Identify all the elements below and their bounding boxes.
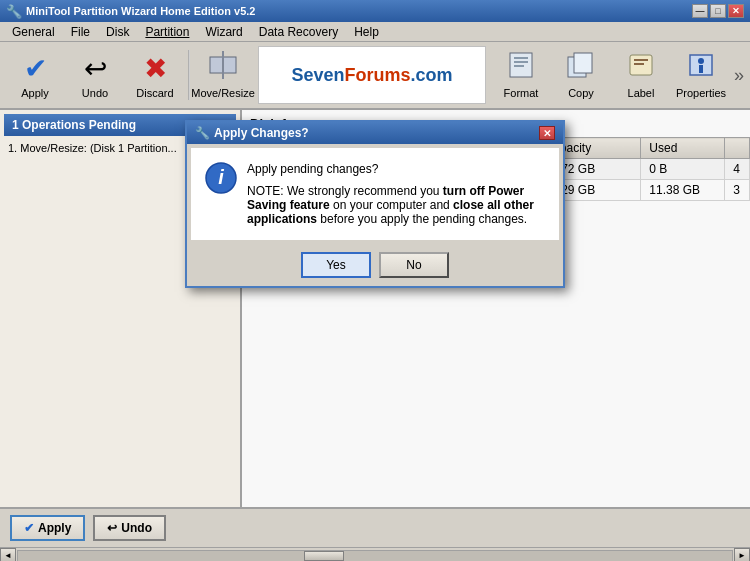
- copy-label: Copy: [568, 87, 594, 99]
- copy-icon: [566, 51, 596, 85]
- undo-label: Undo: [82, 87, 108, 99]
- logo-forums: Forums: [345, 65, 411, 85]
- undo-arrow-icon: ↩: [107, 521, 117, 535]
- modal-content: Apply pending changes? NOTE: We strongly…: [247, 162, 545, 226]
- logo-com: .com: [411, 65, 453, 85]
- format-icon: [506, 51, 536, 85]
- modal-close-button[interactable]: ✕: [539, 126, 555, 140]
- label-toolbar-button[interactable]: Label: [612, 46, 670, 104]
- undo-toolbar-button[interactable]: ↩ Undo: [66, 46, 124, 104]
- modal-note-prefix: NOTE: We strongly recommend you: [247, 184, 443, 198]
- menu-partition[interactable]: Partition: [137, 23, 197, 41]
- modal-no-button[interactable]: No: [379, 252, 449, 278]
- scroll-area: ◄ ►: [0, 547, 750, 561]
- svg-rect-13: [699, 65, 703, 73]
- partition-extra-vista: 3: [725, 180, 750, 201]
- minimize-button[interactable]: —: [692, 4, 708, 18]
- apply-label: Apply: [21, 87, 49, 99]
- format-toolbar-button[interactable]: Format: [492, 46, 550, 104]
- window-controls[interactable]: — □ ✕: [692, 4, 744, 18]
- menu-file[interactable]: File: [63, 23, 98, 41]
- label-icon: [626, 51, 656, 85]
- modal-title-icon: 🔧: [195, 126, 210, 140]
- modal-note-middle: on your computer and: [330, 198, 453, 212]
- col-header-extra: [725, 138, 750, 159]
- undo-icon: ↩: [84, 52, 107, 85]
- modal-yes-button[interactable]: Yes: [301, 252, 371, 278]
- apply-toolbar-button[interactable]: ✔ Apply: [6, 46, 64, 104]
- menu-bar: General File Disk Partition Wizard Data …: [0, 22, 750, 42]
- discard-icon: ✖: [144, 52, 167, 85]
- svg-rect-7: [574, 53, 592, 73]
- scroll-left-button[interactable]: ◄: [0, 548, 16, 562]
- apply-button[interactable]: ✔ Apply: [10, 515, 85, 541]
- modal-body: i Apply pending changes? NOTE: We strong…: [191, 148, 559, 240]
- partition-used-unallocated: 0 B: [641, 159, 725, 180]
- svg-point-12: [698, 58, 704, 64]
- svg-rect-10: [634, 63, 644, 65]
- title-bar: 🔧 MiniTool Partition Wizard Home Edition…: [0, 0, 750, 22]
- apply-icon: ✔: [24, 52, 47, 85]
- app-title: MiniTool Partition Wizard Home Edition v…: [26, 5, 256, 17]
- copy-toolbar-button[interactable]: Copy: [552, 46, 610, 104]
- logo-area: SevenForums.com: [258, 46, 486, 104]
- menu-data-recovery[interactable]: Data Recovery: [251, 23, 346, 41]
- close-button[interactable]: ✕: [728, 4, 744, 18]
- maximize-button[interactable]: □: [710, 4, 726, 18]
- modal-title-bar: 🔧 Apply Changes? ✕: [187, 122, 563, 144]
- modal-note-suffix: before you apply the pending changes.: [317, 212, 527, 226]
- move-resize-label: Move/Resize: [191, 87, 255, 99]
- svg-rect-5: [514, 65, 524, 67]
- toolbar: ✔ Apply ↩ Undo ✖ Discard Move/Resize Sev…: [0, 42, 750, 110]
- ops-item-label: 1. Move/Resize: (Disk 1 Partition...: [8, 142, 177, 154]
- svg-rect-3: [514, 57, 528, 59]
- toolbar-separator-1: [188, 50, 190, 100]
- modal-footer: Yes No: [187, 244, 563, 286]
- move-resize-toolbar-button[interactable]: Move/Resize: [194, 46, 252, 104]
- scroll-track[interactable]: [17, 550, 733, 562]
- svg-rect-9: [634, 59, 648, 61]
- partition-extra-unallocated: 4: [725, 159, 750, 180]
- move-resize-icon: [208, 51, 238, 85]
- action-buttons: ✔ Apply ↩ Undo: [0, 507, 750, 547]
- toolbar-more[interactable]: »: [734, 65, 744, 86]
- logo-text: SevenForums.com: [291, 65, 452, 86]
- partition-used-vista: 11.38 GB: [641, 180, 725, 201]
- svg-rect-1: [222, 51, 224, 79]
- apply-button-label: Apply: [38, 521, 71, 535]
- undo-button-label: Undo: [121, 521, 152, 535]
- apply-changes-modal: 🔧 Apply Changes? ✕ i Apply pending chang…: [185, 120, 565, 288]
- scroll-thumb[interactable]: [304, 551, 344, 561]
- undo-button[interactable]: ↩ Undo: [93, 515, 166, 541]
- properties-toolbar-button[interactable]: Properties: [672, 46, 730, 104]
- menu-disk[interactable]: Disk: [98, 23, 137, 41]
- scroll-right-button[interactable]: ►: [734, 548, 750, 562]
- svg-rect-4: [514, 61, 528, 63]
- menu-help[interactable]: Help: [346, 23, 387, 41]
- app-icon: 🔧: [6, 4, 22, 19]
- format-label: Format: [504, 87, 539, 99]
- discard-toolbar-button[interactable]: ✖ Discard: [126, 46, 184, 104]
- col-header-used: Used: [641, 138, 725, 159]
- modal-title: Apply Changes?: [214, 126, 309, 140]
- properties-label: Properties: [676, 87, 726, 99]
- apply-check-icon: ✔: [24, 521, 34, 535]
- menu-wizard[interactable]: Wizard: [197, 23, 250, 41]
- properties-icon: [686, 51, 716, 85]
- discard-label: Discard: [136, 87, 173, 99]
- menu-general[interactable]: General: [4, 23, 63, 41]
- logo-seven: Seven: [291, 65, 344, 85]
- label-label: Label: [628, 87, 655, 99]
- modal-note: NOTE: We strongly recommend you turn off…: [247, 184, 545, 226]
- modal-question: Apply pending changes?: [247, 162, 545, 176]
- modal-info-icon: i: [205, 162, 237, 226]
- svg-text:i: i: [218, 166, 224, 188]
